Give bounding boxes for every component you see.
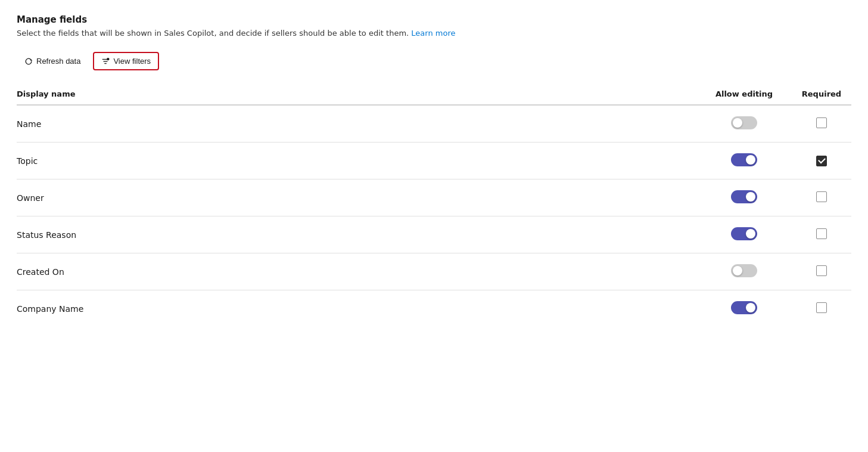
svg-text:+: +	[108, 58, 109, 60]
col-header-required: Required	[792, 85, 851, 105]
field-display-name: Created On	[17, 253, 696, 290]
refresh-data-label: Refresh data	[36, 57, 80, 66]
allow-editing-cell	[696, 105, 792, 143]
filter-icon: +	[101, 57, 110, 66]
field-display-name: Owner	[17, 179, 696, 216]
table-row: Owner	[17, 179, 851, 216]
table-header-row: Display name Allow editing Required	[17, 85, 851, 105]
field-display-name: Company Name	[17, 290, 696, 327]
field-display-name: Status Reason	[17, 216, 696, 253]
field-display-name: Name	[17, 105, 696, 143]
required-checkbox[interactable]	[816, 117, 827, 128]
allow-editing-toggle[interactable]	[731, 264, 757, 277]
allow-editing-toggle[interactable]	[731, 153, 757, 166]
view-filters-button[interactable]: + View filters	[93, 52, 159, 70]
allow-editing-toggle[interactable]	[731, 227, 757, 240]
field-display-name: Topic	[17, 143, 696, 179]
required-cell	[792, 143, 851, 179]
manage-fields-page: Manage fields Select the fields that wil…	[17, 14, 851, 327]
required-cell	[792, 253, 851, 290]
col-header-display-name: Display name	[17, 85, 696, 105]
allow-editing-toggle[interactable]	[731, 116, 757, 129]
table-row: Topic	[17, 143, 851, 179]
required-checkbox[interactable]	[816, 156, 827, 166]
required-checkbox[interactable]	[816, 228, 827, 239]
allow-editing-cell	[696, 253, 792, 290]
col-header-allow-editing: Allow editing	[696, 85, 792, 105]
refresh-icon	[24, 57, 33, 66]
table-row: Name	[17, 105, 851, 143]
required-cell	[792, 179, 851, 216]
table-row: Company Name	[17, 290, 851, 327]
required-cell	[792, 105, 851, 143]
required-cell	[792, 290, 851, 327]
learn-more-link[interactable]: Learn more	[411, 29, 455, 38]
allow-editing-toggle[interactable]	[731, 190, 757, 203]
required-checkbox[interactable]	[816, 265, 827, 276]
page-title: Manage fields	[17, 14, 851, 25]
view-filters-label: View filters	[113, 57, 151, 66]
refresh-data-button[interactable]: Refresh data	[17, 52, 88, 70]
table-row: Status Reason	[17, 216, 851, 253]
allow-editing-cell	[696, 143, 792, 179]
allow-editing-toggle[interactable]	[731, 301, 757, 314]
allow-editing-cell	[696, 179, 792, 216]
required-checkbox[interactable]	[816, 191, 827, 202]
allow-editing-cell	[696, 216, 792, 253]
allow-editing-cell	[696, 290, 792, 327]
toolbar: Refresh data + View filters	[17, 52, 851, 70]
fields-table: Display name Allow editing Required Name…	[17, 85, 851, 327]
required-checkbox[interactable]	[816, 302, 827, 313]
table-row: Created On	[17, 253, 851, 290]
page-subtitle: Select the fields that will be shown in …	[17, 29, 851, 38]
required-cell	[792, 216, 851, 253]
